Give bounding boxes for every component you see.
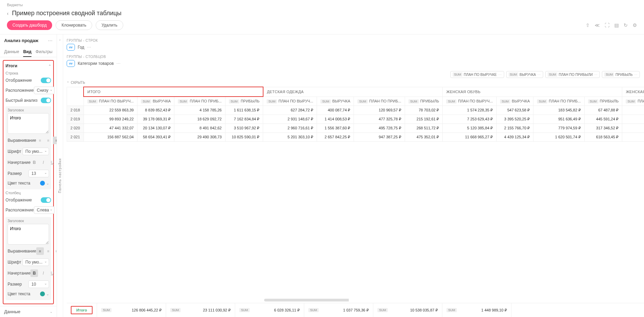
- breadcrumb[interactable]: Виджеты: [7, 3, 637, 7]
- row-group-chip[interactable]: Год: [78, 45, 84, 50]
- col-header-label: Заголовок: [8, 219, 49, 223]
- tab-view[interactable]: Вид: [23, 47, 31, 57]
- footer-cell: SUM10 538 035,87 ₽: [373, 303, 442, 317]
- chevron-down-icon: ⌄: [50, 310, 52, 314]
- tab-filters[interactable]: Фильтры: [36, 47, 52, 57]
- row-align-center[interactable]: ≡: [45, 137, 52, 144]
- hide-toggle[interactable]: ⌃СКРЫТЬ: [67, 80, 644, 87]
- delete-button[interactable]: Удалить: [96, 20, 123, 30]
- refresh-icon[interactable]: ↻: [624, 22, 628, 28]
- row-display-toggle[interactable]: [41, 78, 51, 83]
- col-header-input[interactable]: [8, 224, 49, 245]
- sidebar-footer[interactable]: Данные ⌄: [0, 306, 57, 317]
- col-display-toggle[interactable]: [41, 197, 51, 203]
- footer-cell: SUM1 448 989,10 ₽: [442, 303, 511, 317]
- row-color-picker[interactable]: [40, 181, 49, 186]
- sidebar-menu-icon[interactable]: ⋯: [48, 38, 52, 43]
- settings-icon[interactable]: ⚙: [633, 22, 637, 28]
- row-align-label: Выравнивание: [8, 138, 36, 143]
- col-style-label: Начертание: [8, 271, 30, 276]
- row-color-label: Цвет текста: [8, 181, 30, 186]
- metric-chip[interactable]: SUMПЛАН ПО ВЫРУЧКЕ⋯: [450, 71, 504, 78]
- groups-rows-label: ГРУППЫ - СТРОК: [67, 39, 644, 42]
- row-group-menu[interactable]: ⋯: [87, 45, 91, 50]
- table-row: 2 021156 887 562,0458 654 393,4129 490 3…: [67, 132, 644, 141]
- metric-chip[interactable]: SUMВЫРУЧКА⋯: [506, 71, 544, 78]
- pivot-table: ИТОГОДЕТСКАЯ ОДЕЖДАЖЕНСКАЯ ОБУВЬЖЕНСКАЯ …: [67, 87, 644, 142]
- itogo-header: ИТОГО: [84, 87, 263, 97]
- col-section-label: Столбец: [6, 191, 51, 195]
- quick-analysis-toggle[interactable]: [41, 98, 51, 103]
- col-font-select[interactable]: По умо...: [22, 258, 49, 266]
- footer-cell: SUM126 806 445,22 ₽: [97, 303, 166, 317]
- export-icon[interactable]: ⇧: [586, 22, 590, 28]
- settings-panel-handle[interactable]: › Панель настройки: [57, 34, 63, 317]
- panel-title: Итоги: [6, 63, 17, 68]
- row-style-label: Начертание: [8, 160, 30, 165]
- row-align-left[interactable]: ≡: [36, 137, 44, 144]
- layers-icon[interactable]: ▤: [614, 22, 619, 28]
- footer-itogo-label: Итого: [71, 306, 93, 314]
- fullscreen-icon[interactable]: ⛶: [605, 22, 609, 28]
- share-icon[interactable]: ≪: [595, 22, 600, 28]
- col-group-handle[interactable]: vv: [67, 60, 75, 67]
- row-align-right[interactable]: ≡: [53, 137, 57, 144]
- clone-button[interactable]: Клонировать: [56, 20, 92, 30]
- col-font-label: Шрифт: [8, 260, 21, 265]
- chevron-right-icon: ›: [59, 38, 60, 42]
- totals-panel: Итоги ⌃ Строка Отображение Расположение …: [3, 60, 54, 304]
- row-header-input[interactable]: [8, 113, 49, 134]
- row-underline-button[interactable]: U: [48, 159, 56, 166]
- row-size-label: Размер: [8, 171, 22, 176]
- col-align-label: Выравнивание: [8, 249, 36, 254]
- row-section-label: Строка: [6, 71, 51, 75]
- back-icon[interactable]: ‹: [7, 11, 9, 16]
- col-align-center[interactable]: ≡: [45, 247, 52, 255]
- row-display-label: Отображение: [6, 78, 32, 83]
- row-header-label: Заголовок: [8, 108, 49, 112]
- table-row: 2 01999 893 249,2239 178 069,3118 629 09…: [67, 115, 644, 123]
- footer-cell: SUM6 028 326,11 ₽: [235, 303, 304, 317]
- col-align-left[interactable]: ≡: [36, 247, 44, 255]
- row-italic-button[interactable]: I: [39, 159, 47, 166]
- footer-cell: SUM23 111 030,92 ₽: [166, 303, 235, 317]
- col-color-label: Цвет текста: [8, 291, 30, 296]
- row-size-select[interactable]: 13: [28, 170, 49, 177]
- table-row: 2 02047 441 332,0720 134 130,078 491 842…: [67, 123, 644, 132]
- table-row: 2 01822 559 863,398 839 852,434 158 785,…: [67, 106, 644, 115]
- col-group-menu[interactable]: ⋯: [116, 61, 121, 66]
- col-align-right[interactable]: ≡: [53, 247, 57, 255]
- row-font-label: Шрифт: [8, 149, 21, 154]
- row-group-handle[interactable]: vv: [67, 44, 75, 51]
- create-dashboard-button[interactable]: Создать дашборд: [7, 20, 52, 30]
- col-bold-button[interactable]: B: [30, 269, 38, 277]
- sidebar-title: Анализ продаж ⋯: [0, 34, 57, 45]
- row-bold-button[interactable]: B: [30, 159, 38, 166]
- col-group-chip[interactable]: Категории товаров: [78, 61, 114, 66]
- collapse-icon[interactable]: ⌃: [48, 64, 51, 68]
- groups-cols-label: ГРУППЫ - СТОЛБЦОВ: [67, 55, 644, 59]
- metric-chip[interactable]: SUMПЛАН ПО ПРИБЫЛИ⋯: [545, 71, 600, 78]
- footer-cell: SUM1 037 759,36 ₽: [304, 303, 373, 317]
- metric-chip[interactable]: SUMПРИБЫЛЬ⋯: [602, 71, 640, 78]
- row-position-label: Расположение: [6, 88, 34, 93]
- col-underline-button[interactable]: U: [48, 269, 56, 277]
- row-position-select[interactable]: Снизу: [34, 87, 55, 94]
- col-position-select[interactable]: Слева: [34, 206, 55, 214]
- page-title: Пример построения сводной таблицы: [12, 10, 122, 17]
- quick-analysis-label: Быстрый анализ: [6, 98, 38, 103]
- col-position-label: Расположение: [6, 208, 34, 212]
- tab-data[interactable]: Данные: [4, 47, 19, 57]
- col-italic-button[interactable]: I: [39, 269, 47, 277]
- col-size-label: Размер: [8, 282, 22, 287]
- col-color-picker[interactable]: [40, 291, 49, 296]
- horizontal-scrollbar[interactable]: [264, 299, 506, 301]
- row-font-select[interactable]: По умо...: [22, 148, 49, 155]
- col-display-label: Отображение: [6, 198, 32, 202]
- col-size-select[interactable]: 10: [28, 280, 49, 288]
